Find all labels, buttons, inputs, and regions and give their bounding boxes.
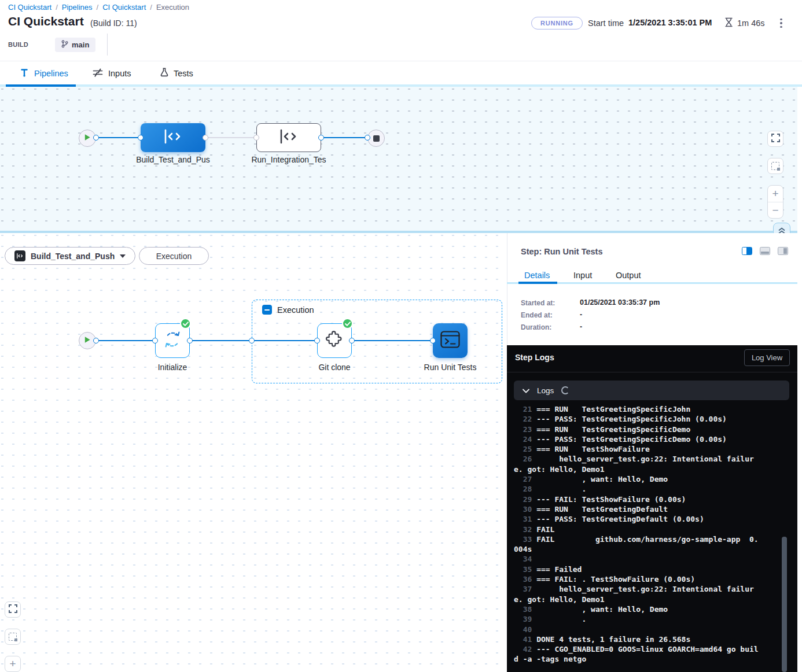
execution-edge [352, 340, 433, 341]
tab-pipelines[interactable]: Pipelines [20, 61, 68, 85]
fullscreen-button[interactable] [767, 131, 783, 147]
pipeline-edge [321, 137, 367, 138]
edge-port [253, 135, 259, 141]
branch-name: main [72, 40, 89, 49]
execution-view-button[interactable]: Execution [139, 247, 209, 265]
execution-canvas[interactable] [0, 233, 507, 672]
marquee-select-button[interactable] [5, 629, 21, 645]
build-label: BUILD [8, 41, 28, 48]
dock-right-icon[interactable] [778, 247, 788, 255]
pipeline-canvas[interactable] [0, 87, 802, 231]
group-label-text: Execution [277, 305, 314, 315]
log-line: 29 --- FAIL: TestShowFailure (0.00s) [514, 494, 759, 504]
log-view-button[interactable]: Log View [744, 349, 790, 366]
breadcrumb-link[interactable]: Pipelines [62, 3, 93, 12]
branch-chip[interactable]: main [55, 38, 95, 52]
field-label: Duration: [521, 323, 551, 331]
field-value: 01/25/2021 03:35:37 pm [580, 298, 660, 307]
fullscreen-icon [771, 134, 780, 145]
execution-edge [96, 340, 155, 341]
stage-node-run-integration-tests[interactable] [256, 123, 321, 152]
git-branch-icon [61, 40, 68, 50]
edge-port [349, 338, 355, 344]
stop-icon [373, 135, 380, 142]
log-line: 27 , want: Hello, Demo [514, 474, 759, 484]
log-line: 34 [514, 554, 759, 564]
log-line: 26 hello_server_test.go:22: Intentional … [514, 454, 759, 474]
chevron-down-icon [120, 254, 126, 258]
page-scroll-gutter [797, 87, 802, 672]
log-line: 24 --- PASS: TestGreetingSpecificDemo (0… [514, 434, 759, 444]
log-line: 33 FAIL github.com/harness/go-sample-app… [514, 534, 759, 555]
stage-selector-label: Build_Test_and_Push [31, 252, 115, 261]
tab-tests[interactable]: Tests [160, 61, 193, 85]
step-details-title: Step: Run Unit Tests [521, 247, 603, 256]
hourglass-icon [724, 17, 733, 29]
field-label: Ended at: [521, 311, 553, 319]
marquee-select-button[interactable] [767, 158, 783, 174]
zoom-in-button[interactable]: + [768, 186, 783, 202]
stage-node-build-test-and-push[interactable] [141, 123, 205, 152]
split-right-icon[interactable] [742, 247, 752, 255]
breadcrumb-link[interactable]: CI Quickstart [8, 3, 51, 12]
marquee-icon [771, 162, 779, 170]
logs-section-header[interactable]: Logs [514, 381, 789, 400]
details-tab-output[interactable]: Output [616, 271, 641, 280]
main-tabbar: Pipelines Inputs Tests Console View [0, 61, 802, 87]
marquee-icon [9, 633, 17, 641]
edge-port [93, 338, 99, 344]
tab-label: Tests [174, 69, 193, 78]
log-line: 32 FAIL [514, 525, 759, 534]
fullscreen-button[interactable] [5, 601, 21, 618]
collapse-group-icon[interactable] [262, 305, 272, 315]
log-scrollbar-thumb[interactable] [782, 537, 787, 672]
details-tab-details[interactable]: Details [524, 271, 550, 280]
tab-inputs[interactable]: Inputs [93, 61, 131, 85]
dock-bottom-icon[interactable] [760, 247, 770, 255]
log-line: 37 hello_server_test.go:22: Intentional … [514, 584, 759, 604]
code-icon [278, 128, 299, 147]
stage-selector-dropdown[interactable]: Build_Test_and_Push [5, 247, 135, 265]
edge-port [318, 135, 324, 141]
status-badge: RUNNING [531, 17, 583, 29]
log-line: 25 === RUN TestShowFailure [514, 444, 759, 454]
inputs-icon [93, 68, 103, 79]
execution-view-label: Execution [156, 252, 192, 261]
edge-port [203, 135, 208, 141]
step-node-label: Run Unit Tests [410, 363, 491, 372]
zoom-out-button[interactable]: − [768, 202, 783, 218]
step-node-run-unit-tests[interactable] [433, 323, 468, 358]
details-tab-active-underline [518, 282, 557, 284]
puzzle-icon [325, 330, 344, 352]
edge-port [152, 338, 158, 344]
zoom-controls: + − [767, 185, 783, 219]
breadcrumb-link[interactable]: CI Quickstart [102, 3, 146, 12]
page-title: CI Quickstart [8, 14, 84, 28]
logs-header-divider [507, 372, 797, 372]
sync-icon [161, 329, 183, 352]
breadcrumb-current: Execution [156, 3, 189, 12]
panel-layout-switcher [742, 247, 788, 255]
stage-node-label: Run_Integration_Tes [239, 155, 339, 164]
log-line: 21 === RUN TestGreetingSpecificJohn [514, 404, 759, 414]
logs-section-label: Logs [537, 386, 554, 395]
pipeline-icon [20, 68, 29, 79]
edge-port [187, 338, 193, 344]
build-id: (Build ID: 11) [90, 19, 137, 28]
log-line: 36 === FAIL: . TestShowFailure (0.00s) [514, 574, 759, 584]
field-value: - [580, 311, 582, 319]
step-logs-title: Step Logs [515, 353, 554, 362]
step-node-label: Initialize [138, 363, 207, 372]
log-line: 39 . [514, 614, 759, 624]
log-line: 35 === Failed [514, 564, 759, 574]
log-line: 38 , want: Hello, Demo [514, 604, 759, 614]
log-line: 42 --- CGO_ENABLED=0 GOOS=linux GOARCH=a… [514, 644, 759, 664]
success-check-icon [180, 318, 191, 329]
pipeline-edge [96, 137, 141, 138]
kebab-menu-icon[interactable] [777, 16, 786, 31]
details-tab-input[interactable]: Input [573, 271, 592, 280]
edge-port [93, 135, 99, 141]
zoom-in-button[interactable]: + [5, 656, 21, 672]
loading-spinner-icon [561, 386, 569, 394]
edge-port [365, 135, 370, 141]
